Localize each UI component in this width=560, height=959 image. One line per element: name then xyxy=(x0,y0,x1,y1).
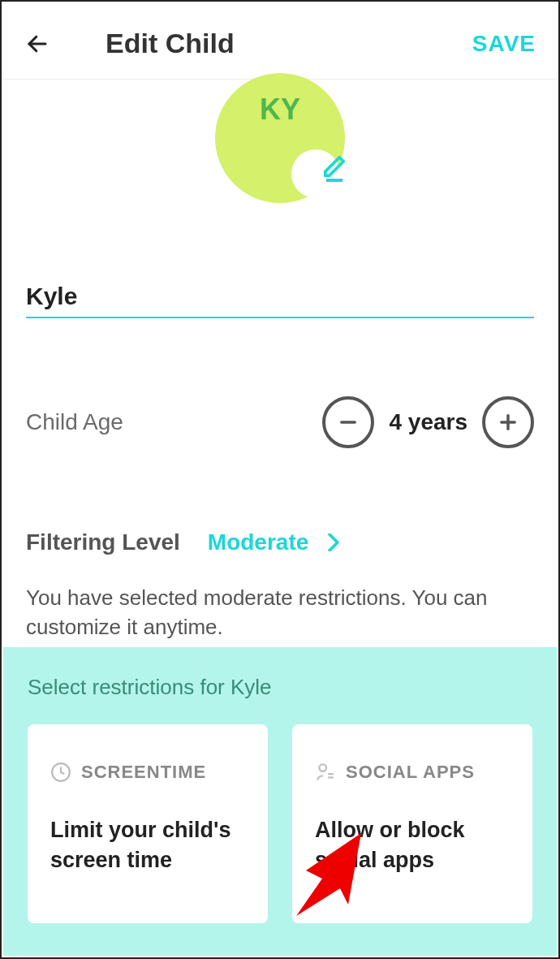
restriction-cards: SCREENTIME Limit your child's screen tim… xyxy=(28,724,532,923)
social-apps-card[interactable]: SOCIAL APPS Allow or block social apps xyxy=(292,724,532,923)
card-head: SOCIAL APPS xyxy=(315,762,510,783)
avatar: KY xyxy=(215,73,345,203)
filtering-label: Filtering Level xyxy=(26,529,180,555)
person-list-icon xyxy=(315,762,336,783)
name-field xyxy=(26,276,534,318)
screentime-card[interactable]: SCREENTIME Limit your child's screen tim… xyxy=(28,724,268,923)
plus-icon xyxy=(497,411,519,434)
back-button[interactable] xyxy=(24,31,50,57)
card-body-text: Limit your child's screen time xyxy=(50,815,245,875)
filtering-level-value: Moderate xyxy=(208,529,308,555)
age-label: Child Age xyxy=(26,409,123,435)
card-body-text: Allow or block social apps xyxy=(315,815,510,875)
underline-icon xyxy=(326,179,342,182)
save-button[interactable]: SAVE xyxy=(472,31,536,57)
card-head: SCREENTIME xyxy=(50,762,245,783)
edit-avatar-button[interactable] xyxy=(322,154,347,182)
child-name-input[interactable] xyxy=(26,276,534,318)
page-title: Edit Child xyxy=(106,28,235,59)
restrictions-title: Select restrictions for Kyle xyxy=(28,675,532,700)
minus-icon xyxy=(337,411,360,434)
clock-icon xyxy=(50,762,71,783)
pencil-icon xyxy=(322,154,347,179)
arrow-left-icon xyxy=(25,32,50,56)
age-stepper: 4 years xyxy=(322,396,534,448)
avatar-section: KY xyxy=(2,73,558,203)
filtering-row: Filtering Level Moderate xyxy=(26,529,534,555)
avatar-initials: KY xyxy=(260,93,300,127)
age-increase-button[interactable] xyxy=(482,396,534,448)
chevron-right-icon xyxy=(328,533,339,551)
card-head-label: SCREENTIME xyxy=(81,762,206,783)
age-row: Child Age 4 years xyxy=(26,396,534,448)
filtering-description: You have selected moderate restrictions.… xyxy=(26,583,534,642)
age-decrease-button[interactable] xyxy=(322,396,374,448)
card-head-label: SOCIAL APPS xyxy=(346,762,475,783)
age-value: 4 years xyxy=(389,409,467,435)
header-bar: Edit Child SAVE xyxy=(2,2,558,80)
svg-point-6 xyxy=(319,764,326,771)
filtering-level-button[interactable]: Moderate xyxy=(208,529,339,555)
restrictions-section: Select restrictions for Kyle SCREENTIME … xyxy=(3,647,557,956)
